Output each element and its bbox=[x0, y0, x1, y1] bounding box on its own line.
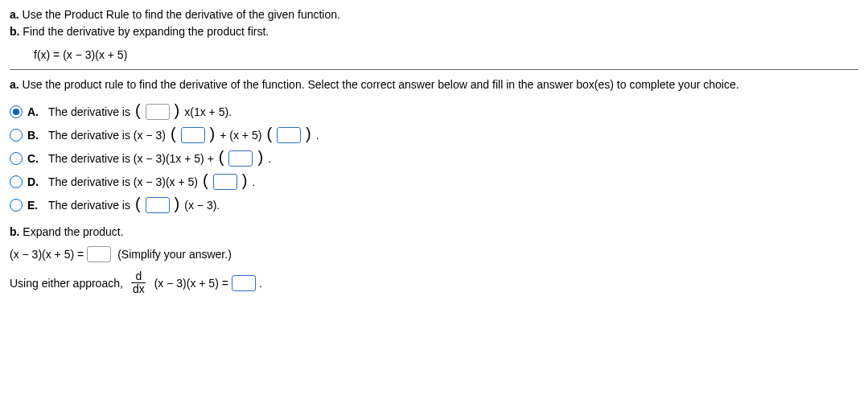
option-d-prefix: The derivative is (x − 3)(x + 5) bbox=[48, 175, 198, 188]
option-b[interactable]: B. The derivative is (x − 3) () + (x + 5… bbox=[10, 126, 858, 144]
option-b-mid: + (x + 5) bbox=[220, 129, 261, 142]
option-a-letter: A. bbox=[27, 105, 43, 118]
final-mid: (x − 3)(x + 5) = bbox=[154, 277, 228, 290]
paren-open: ( bbox=[219, 148, 224, 167]
instruction-b: b. Find the derivative by expanding the … bbox=[10, 23, 858, 40]
frac-den: dx bbox=[129, 283, 149, 295]
option-a[interactable]: A. The derivative is () x(1x + 5). bbox=[10, 102, 858, 121]
paren-open: ( bbox=[203, 171, 208, 190]
part-b-prompt: Expand the product. bbox=[23, 225, 123, 238]
final-prefix: Using either approach, bbox=[10, 277, 123, 290]
option-a-post: x(1x + 5). bbox=[184, 105, 232, 118]
part-a-text: Use the product rule to find the derivat… bbox=[23, 78, 739, 91]
radio-c[interactable] bbox=[10, 152, 23, 165]
radio-b[interactable] bbox=[10, 129, 23, 142]
instr-b-text: Find the derivative by expanding the pro… bbox=[23, 25, 269, 38]
option-d-letter: D. bbox=[27, 175, 43, 188]
option-a-input[interactable] bbox=[146, 104, 170, 120]
paren-open: ( bbox=[171, 125, 176, 143]
radio-e[interactable] bbox=[10, 199, 23, 212]
final-input[interactable] bbox=[232, 275, 256, 291]
final-line: Using either approach, d dx (x − 3)(x + … bbox=[10, 270, 858, 296]
option-b-letter: B. bbox=[27, 129, 43, 142]
option-b-end: . bbox=[316, 129, 319, 142]
paren-close: ) bbox=[306, 125, 311, 143]
paren-close: ) bbox=[175, 101, 180, 120]
part-b-prompt-row: b. Expand the product. bbox=[10, 225, 858, 238]
option-c-letter: C. bbox=[27, 152, 43, 165]
option-c-end: . bbox=[268, 152, 271, 165]
instruction-a: a. Use the Product Rule to find the deri… bbox=[10, 6, 858, 23]
paren-close: ) bbox=[210, 125, 216, 143]
option-b-prefix: The derivative is (x − 3) bbox=[48, 129, 166, 142]
part-b-block: b. Expand the product. (x − 3)(x + 5) = … bbox=[10, 225, 858, 296]
paren-open: ( bbox=[266, 125, 272, 143]
paren-close: ) bbox=[242, 171, 248, 190]
expand-input[interactable] bbox=[87, 246, 111, 262]
expand-line: (x − 3)(x + 5) = (Simplify your answer.) bbox=[10, 246, 858, 262]
instr-a-text: Use the Product Rule to find the derivat… bbox=[23, 8, 340, 21]
option-c-input[interactable] bbox=[228, 150, 253, 167]
option-c[interactable]: C. The derivative is (x − 3)(1x + 5) + (… bbox=[10, 149, 858, 167]
option-e-letter: E. bbox=[27, 199, 43, 212]
ddx-fraction: d dx bbox=[129, 270, 149, 296]
instr-b-label: b. bbox=[10, 25, 19, 38]
part-a-prompt: a. Use the product rule to find the deri… bbox=[10, 78, 858, 91]
option-d-end: . bbox=[252, 175, 255, 188]
paren-open: ( bbox=[135, 101, 141, 120]
option-a-prefix: The derivative is bbox=[48, 105, 130, 118]
option-e-post: (x − 3). bbox=[184, 199, 220, 212]
option-e[interactable]: E. The derivative is () (x − 3). bbox=[10, 196, 858, 214]
final-end: . bbox=[259, 277, 262, 290]
frac-num: d bbox=[131, 270, 146, 283]
option-e-prefix: The derivative is bbox=[48, 199, 130, 212]
radio-d[interactable] bbox=[10, 175, 23, 188]
option-b-input1[interactable] bbox=[181, 127, 205, 143]
paren-open: ( bbox=[135, 195, 141, 213]
expand-lhs: (x − 3)(x + 5) = bbox=[10, 248, 84, 261]
paren-close: ) bbox=[257, 148, 263, 167]
given-function: f(x) = (x − 3)(x + 5) bbox=[34, 48, 858, 61]
option-e-input[interactable] bbox=[146, 197, 170, 213]
instr-a-label: a. bbox=[10, 8, 19, 21]
simplify-hint: (Simplify your answer.) bbox=[117, 248, 232, 261]
instructions-block: a. Use the Product Rule to find the deri… bbox=[10, 6, 858, 40]
option-c-prefix: The derivative is (x − 3)(1x + 5) + bbox=[48, 152, 214, 165]
part-a-label: a. bbox=[10, 78, 19, 91]
divider bbox=[10, 69, 858, 70]
option-d-input[interactable] bbox=[213, 174, 237, 190]
radio-a[interactable] bbox=[10, 105, 23, 118]
option-b-input2[interactable] bbox=[277, 127, 301, 143]
option-d[interactable]: D. The derivative is (x − 3)(x + 5) () . bbox=[10, 172, 858, 191]
part-b-label: b. bbox=[10, 225, 19, 238]
options-group: A. The derivative is () x(1x + 5). B. Th… bbox=[10, 102, 858, 214]
paren-close: ) bbox=[175, 195, 180, 213]
